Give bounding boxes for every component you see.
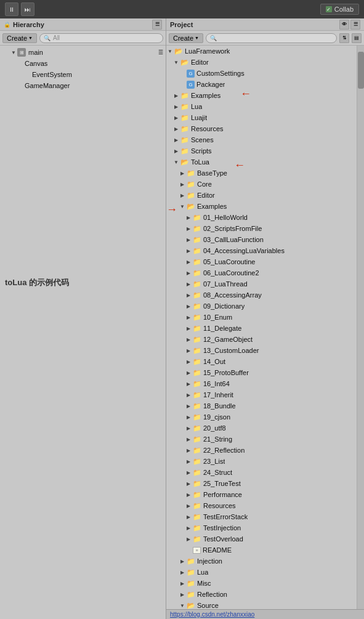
tree-item[interactable]: GPackager xyxy=(166,79,357,90)
project-scrollbar-thumb[interactable] xyxy=(358,52,364,89)
main-area: 🔒 Hierarchy ☰ Create 🔍 All ⊞ main ☰ xyxy=(0,18,364,619)
tree-item-label: Scenes xyxy=(191,136,214,144)
hierarchy-search-box[interactable]: 🔍 All xyxy=(39,33,163,43)
tree-arrow: ▶ xyxy=(185,291,192,299)
tree-item[interactable]: ▶📁08_AccessingArray xyxy=(166,289,357,301)
collab-label: Collab xyxy=(334,6,354,13)
tree-item[interactable]: ▶📁TestInjection xyxy=(166,522,357,533)
tree-item[interactable]: ▶📁09_Dictionary xyxy=(166,301,357,312)
tree-item-label: 09_Dictionary xyxy=(203,302,245,310)
tree-item[interactable]: ▶📁07_LuaThread xyxy=(166,278,357,289)
top-toolbar: ⏸ ⏭ ✓ Collab xyxy=(0,0,364,18)
project-menu-btn[interactable]: ☰ xyxy=(350,20,360,30)
tree-item[interactable]: ▶📁Misc xyxy=(166,578,357,589)
tree-arrow: ▶ xyxy=(172,147,180,155)
tree-item[interactable]: ▶📁Resources xyxy=(166,123,357,134)
project-search-box[interactable]: 🔍 xyxy=(206,33,337,43)
tree-item[interactable]: ▶📁Performance xyxy=(166,489,357,500)
tree-item[interactable]: ▼📂Source xyxy=(166,600,357,609)
tree-item-label: 22_Reflection xyxy=(203,447,245,454)
tree-item[interactable]: ▶📁19_cjson xyxy=(166,411,357,423)
tree-arrow: ▶ xyxy=(185,314,192,321)
tree-item[interactable]: ≡README xyxy=(166,544,357,556)
project-sort-btn[interactable]: ⇅ xyxy=(339,33,349,43)
tree-arrow: ▶ xyxy=(185,336,192,343)
tree-item[interactable]: ▶📁12_GameObject xyxy=(166,334,357,345)
project-view-btn[interactable]: ▤ xyxy=(352,33,362,43)
tree-item[interactable]: ▶📁17_Inherit xyxy=(166,389,357,400)
tree-item[interactable]: ▼📂ToLua xyxy=(166,156,357,168)
tree-item[interactable]: ▶📁10_Enum xyxy=(166,312,357,323)
hierarchy-panel: 🔒 Hierarchy ☰ Create 🔍 All ⊞ main ☰ xyxy=(0,18,166,619)
tree-item[interactable]: GCustomSettings xyxy=(166,68,357,79)
bottom-url[interactable]: https://blog.csdn.net/zhanxxiao xyxy=(170,611,254,618)
tree-item[interactable]: ▶📁04_AccessingLuaVariables xyxy=(166,245,357,256)
tree-item[interactable]: ▶📁Lua xyxy=(166,567,357,578)
tree-item[interactable]: ▶📁Core xyxy=(166,179,357,190)
tree-arrow: ▶ xyxy=(185,325,192,332)
tree-item-label: Packager xyxy=(196,81,225,88)
folder-icon: 📁 xyxy=(193,358,201,366)
tree-item[interactable]: ▶📁03_CallLuaFunction xyxy=(166,234,357,245)
tree-item[interactable]: ▼📂LuaFramework xyxy=(166,46,357,57)
tree-item[interactable]: ▶📁Luajit xyxy=(166,112,357,123)
tree-item[interactable]: ▶📁13_CustomLoader xyxy=(166,345,357,356)
hierarchy-menu-btn[interactable]: ☰ xyxy=(152,20,162,30)
tree-item[interactable]: ▶📁Scripts xyxy=(166,145,357,156)
tree-item[interactable]: ▶📁25_TrueTest xyxy=(166,478,357,489)
tree-item[interactable]: ▶📁21_String xyxy=(166,434,357,445)
hierarchy-scene-main[interactable]: ⊞ main ☰ xyxy=(0,47,166,58)
tree-item[interactable]: ▶📁Resources xyxy=(166,500,357,511)
tree-item[interactable]: ▶📁01_HelloWorld xyxy=(166,212,357,223)
project-toolbar: Create 🔍 ⇅ ▤ xyxy=(166,31,364,46)
tree-item-label: 15_ProtoBuffer xyxy=(203,369,249,376)
tree-item[interactable]: ▶📁BaseType xyxy=(166,168,357,179)
tree-item[interactable]: ▼📂Editor xyxy=(166,57,357,68)
tree-item[interactable]: ▶📁16_Int64 xyxy=(166,378,357,389)
pause-button[interactable]: ⏸ xyxy=(5,2,18,16)
tree-item[interactable]: ▶📁TestOverload xyxy=(166,533,357,544)
tree-item[interactable]: ▶📁Reflection xyxy=(166,589,357,600)
tree-item[interactable]: ▶📁11_Delegate xyxy=(166,323,357,334)
folder-icon: 📁 xyxy=(193,535,201,543)
tree-item[interactable]: ▶📁18_Bundle xyxy=(166,400,357,411)
tree-item[interactable]: ▼📂Examples xyxy=(166,201,357,212)
folder-icon: 📁 xyxy=(180,125,189,133)
tree-item[interactable]: ▶📁Examples xyxy=(166,90,357,101)
folder-icon: 📁 xyxy=(187,580,195,588)
project-eye-btn[interactable]: 👁 xyxy=(339,20,349,30)
folder-icon: 📁 xyxy=(193,225,201,233)
project-create-button[interactable]: Create xyxy=(169,33,203,43)
tree-item-label: 11_Delegate xyxy=(203,325,241,332)
tree-item[interactable]: ▶📁23_List xyxy=(166,456,357,467)
step-button[interactable]: ⏭ xyxy=(21,2,34,16)
folder-icon: 📁 xyxy=(180,92,189,100)
tree-item[interactable]: ▶📁14_Out xyxy=(166,356,357,367)
collab-button[interactable]: ✓ Collab xyxy=(320,4,359,15)
hierarchy-item-eventsystem[interactable]: EventSystem xyxy=(0,69,166,80)
tree-item[interactable]: ▶📁06_LuaCoroutine2 xyxy=(166,267,357,278)
hierarchy-search-icon: 🔍 xyxy=(44,35,51,41)
readme-icon: ≡ xyxy=(193,547,201,554)
tree-item[interactable]: ▶📁05_LuaCoroutine xyxy=(166,256,357,267)
hierarchy-item-canvas[interactable]: Canvas xyxy=(0,58,166,69)
tree-item[interactable]: ▶📁24_Struct xyxy=(166,467,357,478)
collab-check-icon: ✓ xyxy=(326,6,332,12)
tree-arrow: ▶ xyxy=(179,557,186,565)
tree-item[interactable]: ▶📁Editor xyxy=(166,190,357,201)
tree-item[interactable]: ▶📁Injection xyxy=(166,556,357,567)
folder-icon: 📁 xyxy=(193,480,201,488)
tree-item[interactable]: ▶📁Scenes xyxy=(166,134,357,145)
tree-item[interactable]: ▶📁20_utf8 xyxy=(166,423,357,434)
tree-item[interactable]: ▶📁22_Reflection xyxy=(166,445,357,456)
tree-item[interactable]: ▶📁15_ProtoBuffer xyxy=(166,367,357,378)
hierarchy-create-button[interactable]: Create xyxy=(2,33,37,43)
project-scrollbar[interactable] xyxy=(357,46,364,609)
folder-icon: 📁 xyxy=(187,591,195,599)
hierarchy-item-gamemanager[interactable]: GameManager xyxy=(0,80,166,91)
tree-item[interactable]: ▶📁Lua xyxy=(166,101,357,112)
bottom-bar: https://blog.csdn.net/zhanxxiao xyxy=(166,609,364,619)
tree-item-label: 21_String xyxy=(203,435,232,443)
tree-item[interactable]: ▶📁TestErrorStack xyxy=(166,511,357,522)
tree-item[interactable]: ▶📁02_ScriptsFromFile xyxy=(166,223,357,234)
